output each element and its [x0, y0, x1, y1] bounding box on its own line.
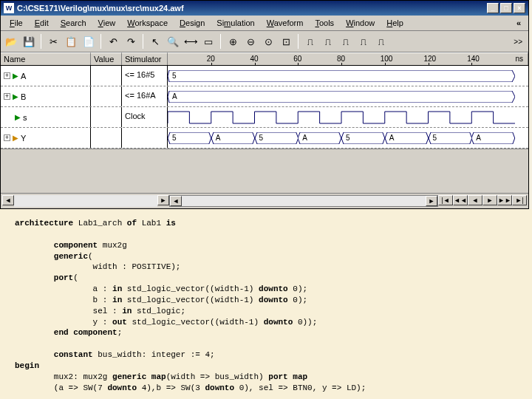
- timeline-scrollbar[interactable]: ◄ ►: [169, 195, 438, 207]
- column-headers: Name Value Stimulator ns 204060801001201…: [1, 52, 528, 66]
- header-stimulator[interactable]: Stimulator: [122, 52, 168, 65]
- minimize-button[interactable]: _: [487, 3, 499, 13]
- bus-label: 5: [172, 134, 177, 142]
- signal-row-Y: +▶Y5A5A5A5A: [1, 128, 528, 149]
- direction-icon: ▶: [13, 134, 18, 142]
- direction-icon: ▶: [15, 113, 21, 121]
- bottom-bar: ◄ ► ◄ ► |◄◄◄◄►►►►|: [1, 193, 528, 208]
- signal-stimulator[interactable]: <= 16#5: [122, 66, 168, 86]
- bus-label: A: [172, 92, 177, 100]
- direction-icon: ▶: [13, 92, 18, 100]
- signal-plot[interactable]: [168, 107, 528, 127]
- signal-stimulator[interactable]: Clock: [122, 107, 168, 127]
- toolbar: 📂 💾 ✂ 📋 📄 ↶ ↷ ↖ 🔍 ⟷ ▭ ⊕ ⊖ ⊙ ⊡ ⎍ ⎍ ⎍ ⎍ ⎍ …: [1, 31, 528, 52]
- menu-edit[interactable]: Edit: [29, 17, 55, 29]
- tick-label: 140: [467, 55, 480, 63]
- signal-name[interactable]: ▶s: [1, 107, 91, 127]
- header-value[interactable]: Value: [91, 52, 122, 65]
- scroll-right-icon[interactable]: ►: [426, 196, 437, 206]
- waveform-area: +▶A<= 16#55+▶B<= 16#AA▶sClock+▶Y5A5A5A5A: [1, 66, 528, 149]
- menu-file[interactable]: File: [4, 17, 29, 29]
- measure-icon[interactable]: ⟷: [183, 33, 199, 50]
- nav-button[interactable]: ►: [482, 195, 497, 205]
- menu-simulation[interactable]: Simulation: [211, 17, 260, 29]
- signal-name[interactable]: +▶A: [1, 66, 91, 86]
- redo-icon[interactable]: ↷: [123, 33, 139, 50]
- signal-row-A: +▶A<= 16#55: [1, 66, 528, 86]
- menu-search[interactable]: Search: [55, 17, 92, 29]
- code-block: architecture Lab1_arch of Lab1 is compon…: [0, 209, 532, 399]
- toolbar-overflow-icon[interactable]: >>: [510, 33, 526, 50]
- wave-tool4-icon[interactable]: ⎍: [355, 33, 372, 50]
- signal-value: [91, 86, 122, 106]
- wave-tool3-icon[interactable]: ⎍: [338, 33, 354, 50]
- nav-button[interactable]: |◄: [438, 195, 453, 205]
- signal-plot[interactable]: 5: [168, 66, 528, 86]
- signal-name[interactable]: +▶Y: [1, 128, 91, 148]
- open-icon[interactable]: 📂: [3, 33, 19, 50]
- tick-label: 80: [337, 55, 345, 63]
- zoom-region-icon[interactable]: ⊡: [278, 33, 294, 50]
- signal-name[interactable]: +▶B: [1, 86, 91, 106]
- app-window: W C:\CSE171\Verilog\mux\mux\src\mux24.aw…: [0, 0, 529, 209]
- maximize-button[interactable]: □: [500, 3, 512, 13]
- header-name[interactable]: Name: [1, 52, 91, 65]
- signal-row-B: +▶B<= 16#AA: [1, 86, 528, 107]
- bus-label: 5: [259, 134, 264, 142]
- signal-stimulator[interactable]: [122, 128, 168, 148]
- zoom-out-icon[interactable]: ⊖: [242, 33, 259, 50]
- cut-icon[interactable]: ✂: [45, 33, 61, 50]
- menu-workspace[interactable]: Workspace: [121, 17, 174, 29]
- menu-waveform[interactable]: Waveform: [261, 17, 310, 29]
- menu-design[interactable]: Design: [174, 17, 211, 29]
- bus-label: 5: [172, 72, 177, 80]
- menubar: File Edit Search View Workspace Design S…: [1, 16, 528, 31]
- select-icon[interactable]: ▭: [200, 33, 216, 50]
- bus-label: A: [216, 134, 221, 142]
- header-timeline: ns 20406080100120140: [168, 52, 528, 65]
- bus-label: A: [389, 134, 395, 142]
- nav-buttons: |◄◄◄◄►►►►|: [438, 195, 527, 207]
- bus-label: 5: [433, 134, 437, 142]
- signal-row-s: ▶sClock: [1, 107, 528, 128]
- wave-tool5-icon[interactable]: ⎍: [373, 33, 389, 50]
- close-button[interactable]: ×: [514, 3, 525, 13]
- scroll-left-icon[interactable]: ◄: [170, 196, 182, 206]
- menu-tools[interactable]: Tools: [309, 17, 340, 29]
- signal-stimulator[interactable]: <= 16#A: [122, 86, 168, 106]
- expand-icon[interactable]: +: [4, 72, 10, 79]
- tick-label: 120: [424, 55, 437, 63]
- tick-label: 20: [207, 55, 215, 63]
- zoom-fit-icon[interactable]: ⊙: [260, 33, 276, 50]
- menu-window[interactable]: Window: [340, 17, 381, 29]
- save-icon[interactable]: 💾: [21, 33, 37, 50]
- expand-icon[interactable]: +: [4, 134, 10, 141]
- undo-icon[interactable]: ↶: [105, 33, 121, 50]
- wave-tool2-icon[interactable]: ⎍: [320, 33, 336, 50]
- wave-tool1-icon[interactable]: ⎍: [302, 33, 318, 50]
- zoom-in-icon[interactable]: ⊕: [225, 33, 241, 50]
- time-unit: ns: [514, 55, 525, 63]
- hscroll-left-icon[interactable]: ◄: [2, 195, 14, 205]
- zoom-icon[interactable]: 🔍: [165, 33, 181, 50]
- copy-icon[interactable]: 📋: [63, 33, 79, 50]
- nav-button[interactable]: ►|: [512, 195, 527, 205]
- expand-icon[interactable]: +: [4, 93, 10, 100]
- menu-view[interactable]: View: [92, 17, 122, 29]
- nav-button[interactable]: ◄◄: [453, 195, 468, 205]
- app-icon: W: [4, 3, 14, 13]
- direction-icon: ▶: [13, 72, 18, 80]
- nav-button[interactable]: ►►: [497, 195, 512, 205]
- menu-collapse-icon[interactable]: «: [512, 17, 525, 29]
- signal-plot[interactable]: 5A5A5A5A: [168, 128, 528, 148]
- tick-label: 100: [381, 55, 393, 63]
- paste-icon[interactable]: 📄: [81, 33, 97, 50]
- signal-plot[interactable]: A: [168, 86, 528, 106]
- cursor-icon[interactable]: ↖: [147, 33, 163, 50]
- tick-label: 40: [250, 55, 259, 63]
- signal-value: [91, 128, 122, 148]
- bus-label: A: [476, 134, 481, 142]
- nav-button[interactable]: ◄: [468, 195, 482, 205]
- hscroll-right-icon[interactable]: ►: [157, 195, 169, 205]
- menu-help[interactable]: Help: [381, 17, 409, 29]
